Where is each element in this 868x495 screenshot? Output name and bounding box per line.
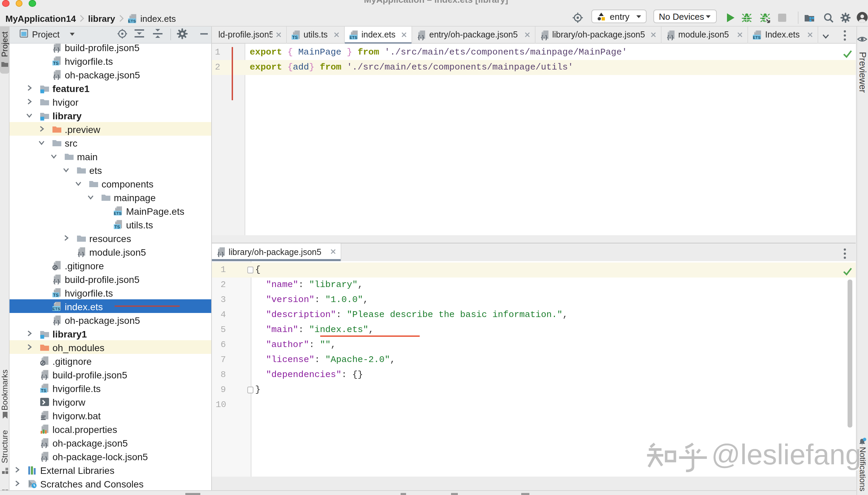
svg-text:{·}: {·} — [53, 73, 60, 79]
svg-text:TS: TS — [41, 388, 46, 393]
svg-text:{·}: {·} — [78, 250, 84, 257]
svg-text:{·}: {·} — [667, 33, 673, 40]
svg-text:ETS: ETS — [753, 35, 761, 39]
svg-text:ETS: ETS — [349, 35, 357, 39]
svg-text:{·}: {·} — [41, 455, 47, 461]
svg-text:ETS: ETS — [52, 306, 60, 311]
svg-text:{·}: {·} — [53, 318, 60, 325]
svg-text:ETS: ETS — [114, 211, 122, 215]
svg-text:{·}: {·} — [418, 33, 424, 40]
svg-text:TS: TS — [53, 292, 59, 297]
svg-text:{·}: {·} — [53, 278, 60, 284]
svg-text:{·}: {·} — [41, 441, 47, 448]
svg-text:TS: TS — [53, 61, 59, 65]
svg-text:ETS: ETS — [128, 18, 136, 23]
svg-text:{·}: {·} — [53, 46, 60, 52]
svg-text:TS: TS — [114, 224, 120, 229]
svg-text:{·}: {·} — [541, 33, 547, 40]
svg-text:{·}: {·} — [217, 251, 223, 257]
svg-text:TS: TS — [292, 35, 297, 40]
svg-text:{·}: {·} — [41, 373, 47, 379]
